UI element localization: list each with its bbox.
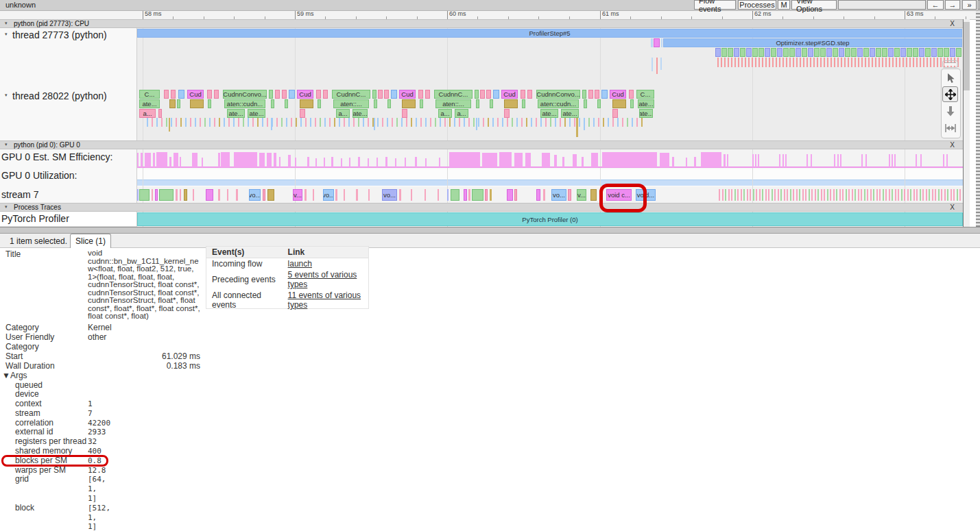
trace-slice[interactable] <box>164 90 169 99</box>
trace-slice[interactable] <box>725 189 726 201</box>
trace-slice[interactable] <box>335 189 337 201</box>
trace-slice[interactable] <box>765 48 770 57</box>
close-icon[interactable]: X <box>950 20 955 27</box>
trace-slice[interactable] <box>875 58 876 67</box>
flow-events-button[interactable]: Flow events <box>694 0 736 10</box>
trace-slice[interactable] <box>937 48 943 57</box>
trace-slice[interactable] <box>836 189 837 201</box>
process-header-cpu[interactable]: ▾ python (pid 27773): CPU X <box>0 19 964 28</box>
pan-tool-icon[interactable] <box>942 86 958 102</box>
trace-slice[interactable] <box>870 189 872 201</box>
trace-slice[interactable] <box>935 189 936 201</box>
trace-slice[interactable] <box>889 58 890 67</box>
trace-slice[interactable] <box>137 189 139 201</box>
tab-slice[interactable]: Slice (1) <box>70 234 111 248</box>
trace-slice[interactable] <box>938 189 940 201</box>
trace-slice[interactable]: CudnnConvo... <box>223 90 267 99</box>
trace-slice[interactable] <box>214 118 215 127</box>
trace-slice[interactable] <box>740 48 745 57</box>
trace-slice[interactable] <box>468 118 470 127</box>
trace-slice[interactable] <box>185 118 187 127</box>
trace-slice[interactable] <box>793 189 794 201</box>
trace-slice[interactable] <box>802 48 807 57</box>
trace-slice[interactable] <box>527 90 532 99</box>
trace-slice[interactable] <box>522 99 525 108</box>
trace-slice[interactable] <box>820 48 826 57</box>
trace-slice[interactable] <box>291 118 292 127</box>
trace-slice[interactable] <box>809 189 810 201</box>
trace-slice[interactable] <box>285 99 288 108</box>
trace-slice[interactable] <box>737 189 739 201</box>
trace-slice[interactable] <box>374 99 377 108</box>
trace-slice[interactable] <box>368 118 369 127</box>
timing-tool-icon[interactable] <box>942 120 958 136</box>
trace-slice[interactable] <box>305 118 307 127</box>
trace-slice[interactable] <box>929 189 930 201</box>
trace-slice[interactable] <box>374 118 375 130</box>
trace-slice[interactable] <box>752 48 758 57</box>
trace-slice[interactable] <box>269 90 273 99</box>
trace-slice[interactable] <box>315 118 316 127</box>
trace-slice[interactable] <box>603 118 604 127</box>
trace-slice[interactable]: aten::... <box>333 99 369 108</box>
trace-slice[interactable]: ate... <box>639 109 653 118</box>
trace-slice[interactable] <box>569 118 571 127</box>
event-link[interactable]: 11 events of various types <box>283 290 368 310</box>
trace-slice[interactable] <box>169 99 176 108</box>
trace-slice[interactable] <box>323 90 328 99</box>
trace-slice[interactable] <box>858 189 859 201</box>
trace-slice[interactable] <box>236 189 238 201</box>
collapse-icon[interactable]: ▾ <box>5 32 8 37</box>
trace-slice[interactable]: Cud <box>187 90 204 99</box>
trace-slice[interactable]: aten::... <box>435 99 471 108</box>
trace-slice[interactable] <box>907 189 909 201</box>
trace-slice[interactable] <box>719 189 720 201</box>
trace-slice[interactable] <box>440 118 441 127</box>
trace-slice[interactable] <box>926 189 927 201</box>
trace-slice[interactable] <box>464 189 467 201</box>
trace-slice[interactable] <box>715 48 721 57</box>
trace-slice[interactable] <box>276 118 278 127</box>
trace-slice[interactable] <box>219 118 220 127</box>
event-link[interactable]: launch <box>283 258 368 270</box>
trace-slice[interactable] <box>777 48 782 57</box>
trace-slice[interactable] <box>156 118 158 127</box>
trace-slice[interactable] <box>209 118 211 127</box>
close-icon[interactable]: X <box>950 141 955 149</box>
trace-slice[interactable] <box>444 118 446 127</box>
trace-slice[interactable] <box>207 90 212 99</box>
trace-slice[interactable] <box>830 189 831 201</box>
trace-slice[interactable] <box>195 118 196 127</box>
trace-slice[interactable] <box>953 189 955 201</box>
trace-slice[interactable] <box>411 118 412 127</box>
trace-slice[interactable] <box>656 58 658 74</box>
trace-slice[interactable] <box>318 99 321 108</box>
trace-slice[interactable]: Optimizer.step#SGD.step <box>663 38 962 47</box>
trace-slice[interactable] <box>842 189 844 201</box>
trace-slice[interactable] <box>913 58 914 67</box>
trace-slice[interactable] <box>271 99 274 108</box>
trace-slice[interactable] <box>830 58 832 67</box>
trace-slice[interactable] <box>800 58 801 67</box>
trace-slice[interactable] <box>200 118 201 127</box>
trace-slice[interactable] <box>502 118 503 127</box>
trace-slice[interactable] <box>483 118 484 127</box>
trace-slice[interactable]: Cud <box>399 90 416 99</box>
trace-slice[interactable] <box>728 48 733 57</box>
trace-slice[interactable] <box>937 58 938 67</box>
trace-slice[interactable] <box>724 58 726 67</box>
trace-slice[interactable] <box>418 90 423 99</box>
trace-slice[interactable] <box>755 58 756 67</box>
trace-slice[interactable] <box>895 189 896 201</box>
trace-slice[interactable]: a... <box>336 109 350 118</box>
trace-slice[interactable] <box>930 58 931 67</box>
trace-slice[interactable] <box>171 118 172 127</box>
trace-slice[interactable] <box>180 189 181 201</box>
trace-slice[interactable] <box>459 118 460 127</box>
trace-slice[interactable] <box>784 189 785 201</box>
trace-slice[interactable] <box>846 189 847 201</box>
trace-slice[interactable] <box>957 189 958 201</box>
trace-slice[interactable] <box>896 58 897 67</box>
trace-slice[interactable] <box>803 58 804 67</box>
trace-slice[interactable] <box>252 118 254 127</box>
